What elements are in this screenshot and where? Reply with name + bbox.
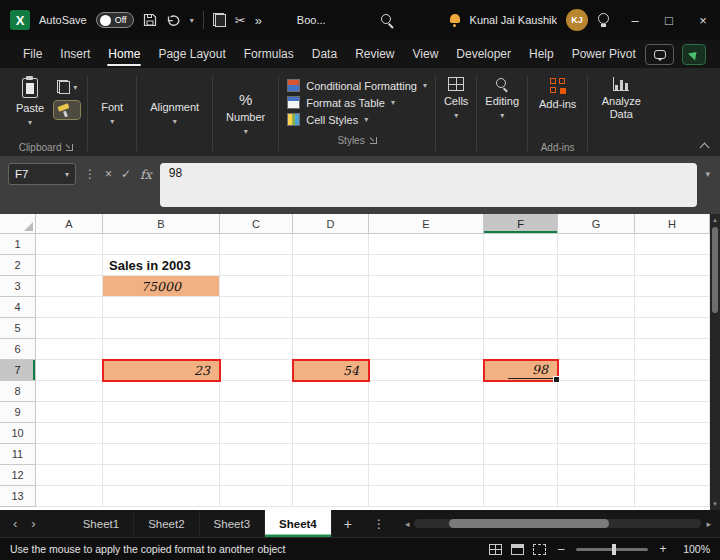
collapse-ribbon-icon[interactable] (700, 142, 708, 150)
alignment-group-button[interactable]: Alignment ▾ (138, 71, 211, 156)
cell-B13[interactable] (103, 486, 220, 507)
cell-H6[interactable] (635, 339, 710, 360)
row-header-1[interactable]: 1 (0, 234, 36, 255)
formula-input[interactable]: 98 (160, 163, 698, 207)
cell-A7[interactable] (36, 360, 103, 381)
styles-dialog-launcher-icon[interactable] (369, 136, 377, 144)
cell-B4[interactable] (103, 297, 220, 318)
cell-H11[interactable] (635, 444, 710, 465)
search-icon[interactable] (380, 13, 395, 28)
scroll-left-icon[interactable]: ◂ (400, 519, 415, 529)
sheet-tab-sheet3[interactable]: Sheet3 (200, 510, 265, 537)
user-avatar[interactable]: KJ (566, 9, 588, 31)
cut-scissors-icon[interactable]: ✂ (235, 14, 246, 27)
cell-B3[interactable]: 75000 (103, 276, 220, 297)
cell-B2[interactable]: Sales in 2003 (103, 255, 220, 276)
paste-button[interactable]: Paste ▾ (9, 72, 51, 139)
cell-F8[interactable] (484, 381, 558, 402)
cell-F7[interactable]: 98 (484, 360, 558, 381)
copy-button[interactable]: ▾ (54, 78, 80, 96)
column-header-C[interactable]: C (220, 214, 293, 234)
workbook-title[interactable]: Boo... (297, 14, 326, 26)
horizontal-scroll-thumb[interactable] (449, 519, 609, 528)
cell-F12[interactable] (484, 465, 558, 486)
cell-F9[interactable] (484, 402, 558, 423)
cell-B1[interactable] (103, 234, 220, 255)
insert-function-icon[interactable]: fx (140, 167, 152, 182)
lightbulb-icon[interactable] (597, 13, 609, 28)
cell-E1[interactable] (369, 234, 484, 255)
notification-bell-icon[interactable] (449, 14, 461, 27)
row-header-3[interactable]: 3 (0, 276, 36, 297)
row-header-6[interactable]: 6 (0, 339, 36, 360)
sheet-options-icon[interactable]: ⋮ (364, 517, 394, 531)
cell-D9[interactable] (293, 402, 369, 423)
cell-E8[interactable] (369, 381, 484, 402)
confirm-entry-icon[interactable]: ✓ (121, 167, 131, 181)
zoom-slider-thumb[interactable] (612, 544, 616, 555)
cell-C10[interactable] (220, 423, 293, 444)
row-header-7[interactable]: 7 (0, 360, 36, 381)
cell-E10[interactable] (369, 423, 484, 444)
cell-A5[interactable] (36, 318, 103, 339)
cell-F6[interactable] (484, 339, 558, 360)
menu-tab-data[interactable]: Data (303, 40, 346, 68)
cell-G1[interactable] (558, 234, 635, 255)
cell-A3[interactable] (36, 276, 103, 297)
cell-H13[interactable] (635, 486, 710, 507)
scroll-up-icon[interactable]: ▲ (712, 216, 718, 224)
cell-H1[interactable] (635, 234, 710, 255)
cell-C7[interactable] (220, 360, 293, 381)
cell-C5[interactable] (220, 318, 293, 339)
cell-F2[interactable] (484, 255, 558, 276)
column-header-B[interactable]: B (103, 214, 220, 234)
page-break-view-icon[interactable] (533, 544, 546, 555)
horizontal-scrollbar[interactable]: ◂ ▸ (400, 519, 716, 529)
cell-B11[interactable] (103, 444, 220, 465)
zoom-level[interactable]: 100% (678, 543, 710, 555)
format-as-table-button[interactable]: Format as Table ▾ (287, 94, 427, 111)
cell-E9[interactable] (369, 402, 484, 423)
cell-A11[interactable] (36, 444, 103, 465)
cell-C9[interactable] (220, 402, 293, 423)
cell-G8[interactable] (558, 381, 635, 402)
next-sheet-icon[interactable]: › (24, 516, 42, 531)
row-header-2[interactable]: 2 (0, 255, 36, 276)
analyze-data-button[interactable]: Analyze Data (589, 71, 653, 156)
cell-A6[interactable] (36, 339, 103, 360)
menu-tab-view[interactable]: View (404, 40, 448, 68)
cell-C13[interactable] (220, 486, 293, 507)
font-group-button[interactable]: Font ▾ (89, 71, 135, 156)
cell-H4[interactable] (635, 297, 710, 318)
cell-G11[interactable] (558, 444, 635, 465)
cell-H2[interactable] (635, 255, 710, 276)
prev-sheet-icon[interactable]: ‹ (6, 516, 24, 531)
name-box-chevron-icon[interactable]: ▾ (65, 170, 69, 179)
cell-B12[interactable] (103, 465, 220, 486)
cell-D13[interactable] (293, 486, 369, 507)
cell-H10[interactable] (635, 423, 710, 444)
cell-H8[interactable] (635, 381, 710, 402)
formula-bar-collapse-icon[interactable]: ▾ (705, 169, 710, 179)
cell-F13[interactable] (484, 486, 558, 507)
cell-H9[interactable] (635, 402, 710, 423)
cell-styles-button[interactable]: Cell Styles ▾ (287, 111, 427, 128)
menu-tab-power-pivot[interactable]: Power Pivot (563, 40, 645, 68)
undo-chevron-icon[interactable]: ▾ (190, 16, 194, 25)
cell-E11[interactable] (369, 444, 484, 465)
horizontal-scroll-track[interactable] (414, 519, 701, 528)
copy-chevron-icon[interactable]: ▾ (73, 83, 77, 92)
cell-D5[interactable] (293, 318, 369, 339)
cell-B10[interactable] (103, 423, 220, 444)
cell-G2[interactable] (558, 255, 635, 276)
vertical-scrollbar[interactable]: ▲ ▼ (710, 214, 720, 510)
cell-D10[interactable] (293, 423, 369, 444)
cell-E6[interactable] (369, 339, 484, 360)
column-header-G[interactable]: G (558, 214, 635, 234)
cell-C12[interactable] (220, 465, 293, 486)
menu-tab-review[interactable]: Review (346, 40, 403, 68)
clipboard-dialog-launcher-icon[interactable] (65, 143, 73, 151)
conditional-formatting-button[interactable]: Conditional Formatting ▾ (287, 77, 427, 94)
name-box[interactable]: F7 ▾ (8, 163, 76, 185)
maximize-button[interactable]: □ (652, 0, 686, 40)
